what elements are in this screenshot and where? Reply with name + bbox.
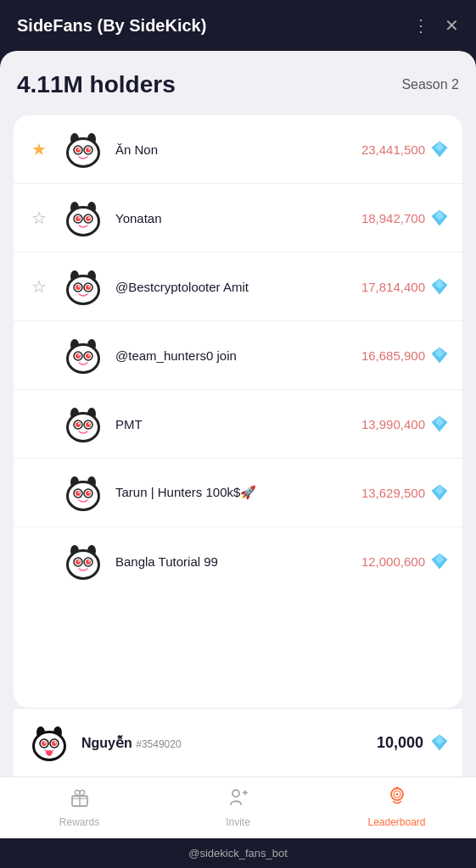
current-user-rank: #3549020 xyxy=(136,738,181,750)
svg-point-3 xyxy=(69,140,98,165)
leaderboard-card: ★ Ăn Non 2 xyxy=(14,115,462,708)
user-info-4: @team_hunters0 join xyxy=(115,348,351,363)
svg-point-21 xyxy=(88,217,90,219)
footer-text: @sidekick_fans_bot xyxy=(188,847,288,860)
svg-point-44 xyxy=(78,354,80,356)
svg-point-78 xyxy=(76,559,81,565)
svg-point-6 xyxy=(76,147,81,153)
user-info-2: Yonatan xyxy=(115,211,351,225)
user-name-7: Bangla Tutorial 99 xyxy=(115,554,351,569)
nav-item-invite[interactable]: Invite xyxy=(204,786,272,828)
svg-point-20 xyxy=(78,217,80,219)
svg-point-55 xyxy=(86,422,91,427)
nav-item-leaderboard[interactable]: Leaderboard xyxy=(363,786,431,828)
score-area-3: 17,814,400 xyxy=(361,277,449,296)
nav-label-leaderboard: Leaderboard xyxy=(367,816,425,828)
svg-point-67 xyxy=(86,491,91,496)
user-info-1: Ăn Non xyxy=(115,142,351,157)
svg-point-18 xyxy=(76,216,81,221)
list-item: ☆ Yonatan xyxy=(14,184,462,253)
svg-point-32 xyxy=(78,286,80,287)
list-item: ★ Ăn Non 2 xyxy=(14,115,462,184)
svg-point-9 xyxy=(88,148,90,150)
score-value-2: 18,942,700 xyxy=(361,211,425,225)
svg-point-80 xyxy=(78,560,80,562)
svg-point-51 xyxy=(69,415,98,440)
svg-point-81 xyxy=(88,560,90,562)
score-area-6: 13,629,500 xyxy=(361,483,449,502)
app-title: SideFans (By SideKick) xyxy=(17,16,206,36)
svg-point-57 xyxy=(88,423,90,425)
user-info-5: PMT xyxy=(115,417,351,431)
list-item: PMT 13,990,400 xyxy=(14,390,462,459)
svg-point-105 xyxy=(395,793,398,796)
score-value-4: 16,685,900 xyxy=(361,348,425,363)
user-info-6: Tarun | Hunters 100k$🚀 xyxy=(115,485,351,500)
avatar-2 xyxy=(61,196,105,240)
svg-point-19 xyxy=(86,216,91,221)
score-value-7: 12,000,600 xyxy=(361,554,425,569)
current-user-row: Nguyễn #3549020 10,000 xyxy=(14,708,462,776)
svg-point-79 xyxy=(86,559,91,565)
footer: @sidekick_fans_bot xyxy=(0,838,476,868)
avatar-5 xyxy=(61,402,105,446)
score-value-5: 13,990,400 xyxy=(361,417,425,431)
stats-row: 4.11M holders Season 2 xyxy=(14,71,462,98)
header-actions: ⋮ ✕ xyxy=(412,15,459,36)
app-header: SideFans (By SideKick) ⋮ ✕ xyxy=(0,0,476,51)
avatar-7 xyxy=(61,539,105,583)
score-value-3: 17,814,400 xyxy=(361,280,425,294)
svg-point-91 xyxy=(52,741,57,746)
holders-count: 4.11M holders xyxy=(17,71,176,98)
user-info-7: Bangla Tutorial 99 xyxy=(115,554,351,569)
list-item: @team_hunters0 join 16,685,900 xyxy=(14,321,462,390)
svg-point-69 xyxy=(88,492,90,493)
svg-point-63 xyxy=(69,483,98,509)
user-name-4: @team_hunters0 join xyxy=(115,348,351,363)
svg-point-99 xyxy=(232,790,239,797)
avatar-1 xyxy=(61,127,105,171)
bottom-nav: Rewards Invite Leaderboard xyxy=(0,776,476,838)
menu-icon[interactable]: ⋮ xyxy=(412,15,429,36)
score-area-1: 23,441,500 xyxy=(361,140,449,159)
svg-point-42 xyxy=(76,353,81,359)
svg-point-92 xyxy=(44,742,46,743)
svg-point-66 xyxy=(76,491,81,496)
svg-point-56 xyxy=(78,423,80,425)
score-value-6: 13,629,500 xyxy=(361,486,425,500)
current-user-name: Nguyễn xyxy=(81,736,132,750)
score-area-4: 16,685,900 xyxy=(361,346,449,364)
user-info-3: @Bestcryptolooter Amit xyxy=(115,280,351,294)
rank-star-1: ★ xyxy=(27,139,51,159)
score-area-5: 13,990,400 xyxy=(361,415,449,433)
svg-point-45 xyxy=(88,354,90,356)
nav-item-rewards[interactable]: Rewards xyxy=(46,786,114,828)
close-icon[interactable]: ✕ xyxy=(445,15,459,36)
leaderboard-icon xyxy=(386,786,408,813)
score-area-7: 12,000,600 xyxy=(361,552,449,570)
current-score: 10,000 xyxy=(377,734,423,752)
rank-star-3: ☆ xyxy=(27,276,51,297)
user-name-5: PMT xyxy=(115,417,351,431)
score-area-2: 18,942,700 xyxy=(361,209,449,227)
rank-star-2: ☆ xyxy=(27,208,51,228)
svg-point-31 xyxy=(86,285,91,290)
avatar-6 xyxy=(61,470,105,515)
avatar-4 xyxy=(61,333,105,377)
current-user-info: Nguyễn #3549020 xyxy=(81,735,367,751)
svg-point-7 xyxy=(86,147,91,153)
svg-point-90 xyxy=(42,741,47,746)
svg-point-27 xyxy=(69,277,98,303)
svg-point-39 xyxy=(69,346,98,371)
score-value-1: 23,441,500 xyxy=(361,142,425,157)
invite-icon xyxy=(227,786,249,813)
user-name-3: @Bestcryptolooter Amit xyxy=(115,280,351,294)
main-content: 4.11M holders Season 2 ★ xyxy=(0,51,476,776)
list-item: Bangla Tutorial 99 12,000,600 xyxy=(14,527,462,595)
svg-point-43 xyxy=(86,353,91,359)
rewards-icon xyxy=(69,786,91,813)
user-name-6: Tarun | Hunters 100k$🚀 xyxy=(115,485,351,500)
svg-point-54 xyxy=(76,422,81,427)
nav-label-rewards: Rewards xyxy=(59,816,99,828)
svg-point-8 xyxy=(78,148,80,150)
